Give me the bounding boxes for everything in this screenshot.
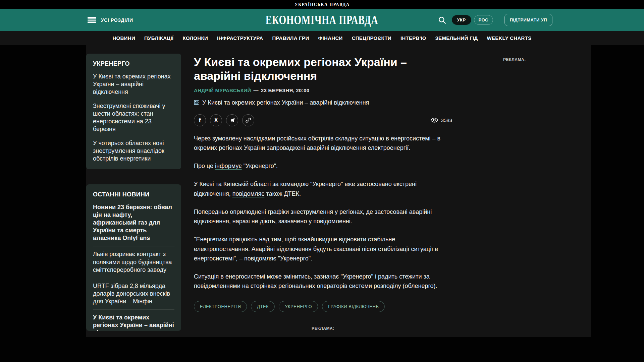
language-switch: УКР РОС xyxy=(452,15,493,25)
sidebar-news-link[interactable]: У Києві та окремих регіонах України – ав… xyxy=(93,309,174,331)
share-buttons: fX xyxy=(194,114,258,126)
x-icon: X xyxy=(214,118,218,123)
latest-news-title: ОСТАННІ НОВИНИ xyxy=(93,191,174,198)
inline-link[interactable]: повідомляє xyxy=(232,190,265,197)
tag-pill[interactable]: УКРЕНЕРГО xyxy=(279,301,318,312)
ukrainska-pravda-logo[interactable]: УКРАЇНСЬКА ПРАВДА xyxy=(294,2,350,7)
view-count: 3583 xyxy=(441,117,452,123)
link-share-button[interactable] xyxy=(242,114,254,126)
nav-item[interactable]: WEEKLY CHARTS xyxy=(487,35,531,41)
top-bar: УКРАЇНСЬКА ПРАВДА xyxy=(0,0,644,9)
nav-item[interactable]: ПРАВИЛА ГРИ xyxy=(272,35,309,41)
nav-item[interactable]: ФІНАНСИ xyxy=(318,35,342,41)
sidebar-news-link[interactable]: Львів розриває контракт з поляками щодо … xyxy=(93,246,174,274)
broken-image-icon xyxy=(194,100,200,105)
article-paragraph: У Києві та Київській області за командою… xyxy=(194,179,445,198)
article-body: Через зумовлену наслідками російських об… xyxy=(194,134,445,291)
ad-label-bottom: РЕКЛАМА: xyxy=(194,326,452,331)
article-paragraph: "Енергетики працюють над тим, щоб якнайш… xyxy=(194,235,445,263)
article-title: У Києві та окремих регіонах України – ав… xyxy=(194,55,452,83)
support-up-button[interactable]: ПІДТРИМАТИ УП xyxy=(504,14,552,26)
sidebar-news-link[interactable]: Новини 23 березня: обвал цін на нафту, а… xyxy=(93,203,174,242)
nav-item[interactable]: СПЕЦПРОЄКТИ xyxy=(352,35,391,41)
article-paragraph: Попередньо оприлюднені графіки знеструмл… xyxy=(194,207,445,226)
lang-ukr-button[interactable]: УКР xyxy=(452,15,471,25)
tag-pill[interactable]: ДТЕК xyxy=(251,301,275,312)
ekonomichna-pravda-logo[interactable]: ЕКОНОМІЧНА ПРАВДА xyxy=(266,13,378,27)
nav-item[interactable]: ІНТЕРВ'Ю xyxy=(400,35,426,41)
author-link[interactable]: АНДРІЙ МУРАВСЬКИЙ xyxy=(194,87,251,93)
sidebar-news-link[interactable]: Знеструмлені споживачі у шести областях:… xyxy=(93,102,174,133)
hamburger-menu-icon xyxy=(88,17,96,23)
byline-separator: — xyxy=(254,87,259,93)
inline-link[interactable]: інформує xyxy=(215,163,242,169)
image-alt-text: У Києві та окремих регіонах України – ав… xyxy=(202,99,369,106)
view-counter: 3583 xyxy=(430,117,452,123)
nav-item[interactable]: ЗЕМЕЛЬНИЙ ГІД xyxy=(435,35,478,41)
telegram-share-button[interactable] xyxy=(226,114,238,126)
nav-item[interactable]: КОЛОНКИ xyxy=(182,35,208,41)
sidebar-news-link[interactable]: У Києві та окремих регіонах України – ав… xyxy=(93,73,174,96)
article-paragraph: Ситуація в енергосистемі може змінитись,… xyxy=(194,272,445,291)
all-sections-button[interactable]: УСІ РОЗДІЛИ xyxy=(88,9,133,31)
article: У Києві та окремих регіонах України – ав… xyxy=(194,54,452,337)
tag-pill[interactable]: ЕЛЕКТРОЕНЕРГІЯ xyxy=(194,301,247,312)
tag-pill[interactable]: ГРАФІКИ ВІДКЛЮЧЕНЬ xyxy=(322,301,385,312)
x-share-button[interactable]: X xyxy=(210,114,222,126)
nav-item[interactable]: ІНФРАСТРУКТУРА xyxy=(217,35,263,41)
byline: АНДРІЙ МУРАВСЬКИЙ — 23 БЕРЕЗНЯ, 20:00 xyxy=(194,87,452,93)
latest-news-block: ОСТАННІ НОВИНИ Новини 23 березня: обвал … xyxy=(86,184,181,331)
article-image-broken: У Києві та окремих регіонах України – ав… xyxy=(194,99,452,106)
search-button[interactable] xyxy=(438,16,446,24)
topic-block-title[interactable]: УКРЕНЕРГО xyxy=(93,60,174,67)
nav-item[interactable]: ПУБЛІКАЦІЇ xyxy=(144,35,173,41)
ad-label-right: РЕКЛАМА: xyxy=(503,57,526,62)
content-area: РЕКЛАМА: УКРЕНЕРГО У Києві та окремих ре… xyxy=(86,45,591,337)
topic-list: У Києві та окремих регіонах України – ав… xyxy=(93,73,174,163)
main-nav: НОВИНИПУБЛІКАЦІЇКОЛОНКИІНФРАСТРУКТУРАПРА… xyxy=(0,31,644,45)
article-paragraph: Через зумовлену наслідками російських об… xyxy=(194,134,445,153)
eye-icon xyxy=(430,117,438,123)
nav-item[interactable]: НОВИНИ xyxy=(112,35,135,41)
site-header: УСІ РОЗДІЛИ ЕКОНОМІЧНА ПРАВДА УКР РОС ПІ… xyxy=(0,9,644,31)
article-paragraph: Про це інформує "Укренерго". xyxy=(194,161,445,171)
all-sections-label: УСІ РОЗДІЛИ xyxy=(101,17,133,23)
facebook-icon: f xyxy=(199,117,201,123)
share-row: fX 3583 xyxy=(194,114,452,126)
sidebar: УКРЕНЕРГО У Києві та окремих регіонах Ук… xyxy=(86,54,181,337)
article-date: 23 БЕРЕЗНЯ, 20:00 xyxy=(261,87,309,93)
header-actions: УКР РОС ПІДТРИМАТИ УП xyxy=(438,9,552,31)
tag-list: ЕЛЕКТРОЕНЕРГІЯДТЕКУКРЕНЕРГОГРАФІКИ ВІДКЛ… xyxy=(194,301,452,312)
telegram-icon xyxy=(229,118,235,123)
latest-list: Новини 23 березня: обвал цін на нафту, а… xyxy=(93,203,174,331)
facebook-share-button[interactable]: f xyxy=(194,114,206,126)
sidebar-news-link[interactable]: У чотирьох областях нові знеструмлення в… xyxy=(93,139,174,163)
link-icon xyxy=(246,117,251,123)
lang-ros-button[interactable]: РОС xyxy=(474,15,493,25)
search-icon xyxy=(438,16,446,24)
sidebar-news-link[interactable]: URTF зібрав 2,8 мільярда доларів донорсь… xyxy=(93,278,174,305)
topic-block: УКРЕНЕРГО У Києві та окремих регіонах Ук… xyxy=(86,54,181,169)
